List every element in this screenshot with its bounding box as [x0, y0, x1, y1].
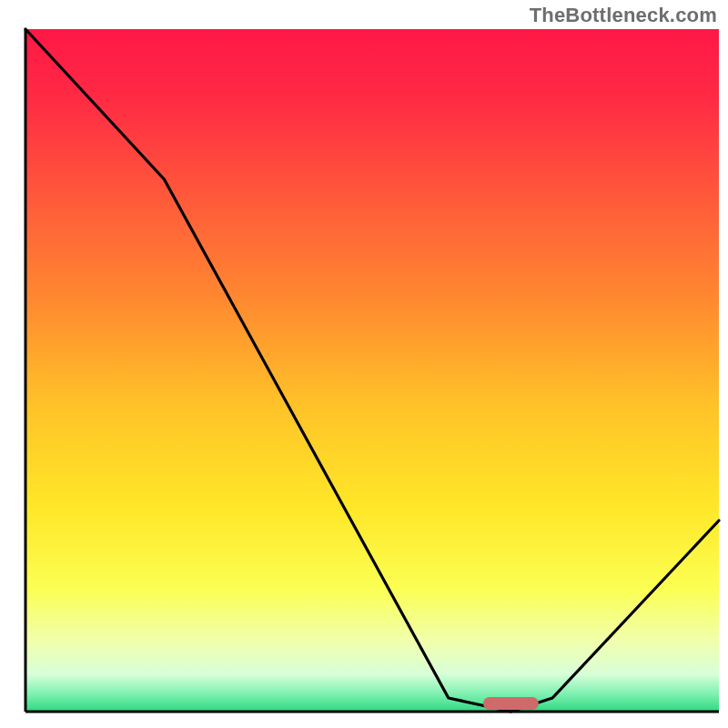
bottleneck-chart	[0, 0, 728, 728]
plot-background	[25, 29, 719, 712]
optimal-marker	[483, 697, 539, 710]
chart-container: TheBottleneck.com	[0, 0, 728, 728]
